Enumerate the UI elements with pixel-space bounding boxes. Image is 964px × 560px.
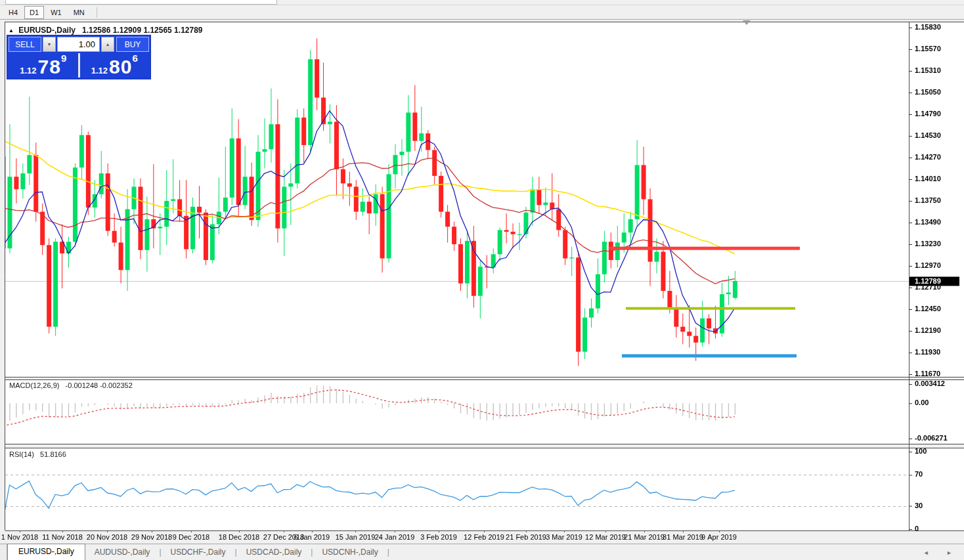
sell-price-prefix: 1.12 — [20, 66, 36, 75]
chevron-down-icon: ▼ — [47, 42, 52, 47]
tab-separator: | — [387, 545, 389, 560]
chart-tab-bar: EURUSD-,Daily AUDUSD-,Daily | USDCHF-,Da… — [0, 544, 964, 560]
rsi-value: 51.8166 — [40, 450, 66, 458]
tab-usdchf-daily[interactable]: USDCHF-,Daily — [162, 545, 235, 560]
tabbar-splitter[interactable] — [0, 544, 7, 560]
rsi-indicator-label: RSI(14) 51.8166 — [9, 450, 66, 458]
timeframe-button-w1[interactable]: W1 — [45, 6, 67, 19]
sell-button[interactable]: SELL — [9, 37, 41, 52]
volume-increase-button[interactable]: ▲ — [101, 37, 114, 52]
buy-button[interactable]: BUY — [116, 37, 149, 52]
macd-values: -0.001248 -0.002352 — [66, 381, 133, 389]
one-click-trading-panel: SELL ▼ 1.00 ▲ BUY 1.12 78 9 1.12 80 6 — [7, 35, 151, 79]
toolbar-separator — [97, 7, 97, 18]
buy-price-big-digits: 80 — [109, 58, 132, 75]
timeframe-button-d1[interactable]: D1 — [24, 6, 44, 19]
tab-usdcad-daily[interactable]: USDCAD-,Daily — [237, 545, 311, 560]
sell-price-big-digits: 78 — [38, 58, 61, 75]
sell-price-display[interactable]: 1.12 78 9 — [9, 53, 78, 77]
timeframe-button-mn[interactable]: MN — [68, 6, 90, 19]
chart-title: ▲ EURUSD-,Daily 1.12586 1.12909 1.12565 … — [9, 26, 203, 35]
chevron-up-icon: ▲ — [106, 42, 110, 47]
tab-scroll-left-icon[interactable]: ◄ — [923, 549, 937, 556]
volume-input[interactable]: 1.00 — [57, 37, 100, 52]
price-chart-canvas[interactable] — [0, 0, 964, 560]
timeframe-button-h4[interactable]: H4 — [3, 6, 23, 19]
macd-indicator-label: MACD(12,26,9) -0.001248 -0.002352 — [9, 381, 133, 389]
top-partial-toolbar — [0, 0, 964, 5]
chart-ohlc-values: 1.12586 1.12909 1.12565 1.12789 — [82, 26, 203, 35]
rsi-name: RSI(14) — [9, 450, 34, 458]
volume-decrease-button[interactable]: ▼ — [43, 37, 56, 52]
buy-price-prefix: 1.12 — [91, 66, 108, 75]
tab-audusd-daily[interactable]: AUDUSD-,Daily — [85, 545, 160, 560]
tab-usdcnh-daily[interactable]: USDCNH-,Daily — [313, 545, 387, 560]
chart-symbol-label: EURUSD-,Daily — [18, 26, 76, 35]
macd-name: MACD(12,26,9) — [9, 381, 59, 389]
buy-price-pip-digit: 6 — [132, 54, 137, 62]
tab-eurusd-daily[interactable]: EURUSD-,Daily — [7, 544, 85, 560]
top-toolbar-field — [5, 0, 277, 5]
symbol-expand-icon[interactable]: ▲ — [9, 28, 14, 33]
buy-price-display[interactable]: 1.12 80 6 — [80, 53, 150, 77]
tab-scroll-right-icon[interactable]: ► — [946, 549, 960, 556]
trading-platform-window: H4 D1 W1 MN ▲ EURUSD-,Daily 1.12586 1.12… — [0, 0, 964, 560]
sell-price-pip-digit: 9 — [61, 54, 66, 62]
timeframe-toolbar: H4 D1 W1 MN — [0, 5, 964, 20]
